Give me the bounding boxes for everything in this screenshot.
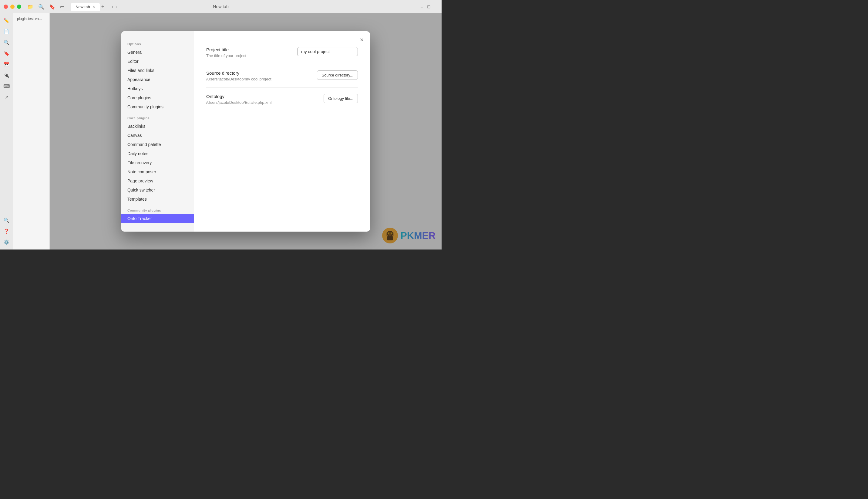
plugin-icon[interactable]: 🔌: [2, 70, 12, 80]
sidebar-icons: ✏️ 📄 🔍 🔖 📅 🔌 ⌨ ↗ 🔍 ❓ ⚙️: [0, 13, 13, 250]
settings-icon[interactable]: ⚙️: [2, 238, 12, 247]
active-tab[interactable]: New tab ✕: [71, 3, 100, 11]
project-title-row: Project title The title of your project: [206, 41, 358, 64]
fullscreen-button[interactable]: [17, 4, 21, 9]
nav-forward-button[interactable]: ›: [115, 4, 117, 9]
ontology-label: Ontology: [206, 94, 316, 99]
settings-sidebar: Options General Editor Files and links A…: [121, 31, 194, 232]
tab-close-icon[interactable]: ✕: [92, 5, 95, 9]
file-item[interactable]: plugin-test-va...: [16, 16, 47, 22]
help-icon[interactable]: ❓: [2, 227, 12, 236]
nav-onto-tracker[interactable]: Onto Tracker: [121, 214, 194, 223]
nav-hotkeys[interactable]: Hotkeys: [121, 84, 194, 93]
nav-core-plugins-opt[interactable]: Core plugins: [121, 93, 194, 102]
terminal-icon[interactable]: ⌨: [2, 81, 12, 91]
project-title-info: Project title The title of your project: [206, 47, 290, 58]
options-section-label: Options: [121, 37, 194, 48]
minimize-button[interactable]: [10, 4, 15, 9]
nav-quick-switcher[interactable]: Quick switcher: [121, 185, 194, 195]
settings-content: Project title The title of your project …: [194, 31, 370, 232]
ontology-info: Ontology /Users/jacob/Desktop/Eulalie.ph…: [206, 94, 316, 105]
nav-file-recovery[interactable]: File recovery: [121, 158, 194, 167]
community-plugins-section-label: Community plugins: [121, 204, 194, 214]
nav-canvas[interactable]: Canvas: [121, 131, 194, 140]
modal-overlay: Options General Editor Files and links A…: [50, 13, 442, 250]
source-directory-label: Source directory: [206, 70, 310, 76]
nav-daily-notes[interactable]: Daily notes: [121, 149, 194, 158]
settings-modal: Options General Editor Files and links A…: [121, 31, 370, 232]
source-directory-desc: /Users/jacob/Desktop/my cool project: [206, 77, 310, 81]
nav-back-button[interactable]: ‹: [112, 4, 113, 9]
search-icon[interactable]: 🔍: [38, 4, 44, 10]
nav-general[interactable]: General: [121, 48, 194, 57]
center-title: New tab: [213, 4, 228, 9]
traffic-lights: [4, 4, 21, 9]
calendar-icon[interactable]: 📅: [2, 60, 12, 69]
nav-appearance[interactable]: Appearance: [121, 75, 194, 84]
nav-page-preview[interactable]: Page preview: [121, 177, 194, 185]
title-bar-right: ⌄ ⊡ ···: [420, 4, 438, 9]
source-directory-row: Source directory /Users/jacob/Desktop/my…: [206, 64, 358, 88]
modal-close-button[interactable]: ✕: [357, 36, 366, 44]
content-area: Options General Editor Files and links A…: [50, 13, 442, 250]
window-controls-icon[interactable]: ⊡: [427, 4, 431, 9]
close-button[interactable]: [4, 4, 8, 9]
nav-backlinks[interactable]: Backlinks: [121, 122, 194, 131]
file-panel: plugin-test-va...: [13, 13, 50, 250]
project-title-input[interactable]: [297, 47, 358, 56]
ontology-desc: /Users/jacob/Desktop/Eulalie.php.xml: [206, 100, 316, 105]
nav-arrows: ‹ ›: [112, 4, 117, 9]
bookmark-icon[interactable]: 🔖: [2, 49, 12, 58]
edit-icon[interactable]: ✏️: [2, 16, 12, 25]
ontology-control: Ontology file...: [324, 94, 358, 103]
ontology-row: Ontology /Users/jacob/Desktop/Eulalie.ph…: [206, 88, 358, 111]
sidebar-toggle-icon[interactable]: ▭: [60, 4, 65, 10]
tab-bar: New tab ✕ +: [71, 3, 104, 11]
nav-templates[interactable]: Templates: [121, 195, 194, 204]
folder-icon[interactable]: 📁: [27, 4, 33, 10]
project-title-label: Project title: [206, 47, 290, 52]
toolbar-icons: 📁 🔍 🔖 ▭: [27, 4, 65, 10]
nav-note-composer[interactable]: Note composer: [121, 167, 194, 177]
source-directory-control: Source directory...: [317, 70, 358, 80]
source-directory-info: Source directory /Users/jacob/Desktop/my…: [206, 70, 310, 81]
core-plugins-section-label: Core plugins: [121, 111, 194, 122]
more-options-icon[interactable]: ···: [434, 4, 438, 9]
new-tab-button[interactable]: +: [101, 4, 105, 10]
nav-files-links[interactable]: Files and links: [121, 66, 194, 75]
nav-editor[interactable]: Editor: [121, 57, 194, 66]
project-title-desc: The title of your project: [206, 53, 290, 58]
main-layout: ✏️ 📄 🔍 🔖 📅 🔌 ⌨ ↗ 🔍 ❓ ⚙️ plugin-test-va..…: [0, 13, 442, 250]
share-icon[interactable]: ↗: [2, 92, 12, 102]
project-title-control: [297, 47, 358, 56]
tab-label: New tab: [76, 4, 90, 9]
source-directory-button[interactable]: Source directory...: [317, 70, 358, 80]
chevron-down-icon[interactable]: ⌄: [420, 4, 423, 9]
bookmark-icon[interactable]: 🔖: [49, 4, 55, 10]
search-icon[interactable]: 🔍: [2, 38, 12, 47]
nav-command-palette[interactable]: Command palette: [121, 140, 194, 149]
nav-community-plugins-opt[interactable]: Community plugins: [121, 102, 194, 111]
title-bar: 📁 🔍 🔖 ▭ New tab ✕ + ‹ › New tab ⌄ ⊡ ···: [0, 0, 442, 13]
files-icon[interactable]: 📄: [2, 27, 12, 36]
ontology-file-button[interactable]: Ontology file...: [324, 94, 358, 103]
search-bottom-icon[interactable]: 🔍: [2, 216, 12, 225]
